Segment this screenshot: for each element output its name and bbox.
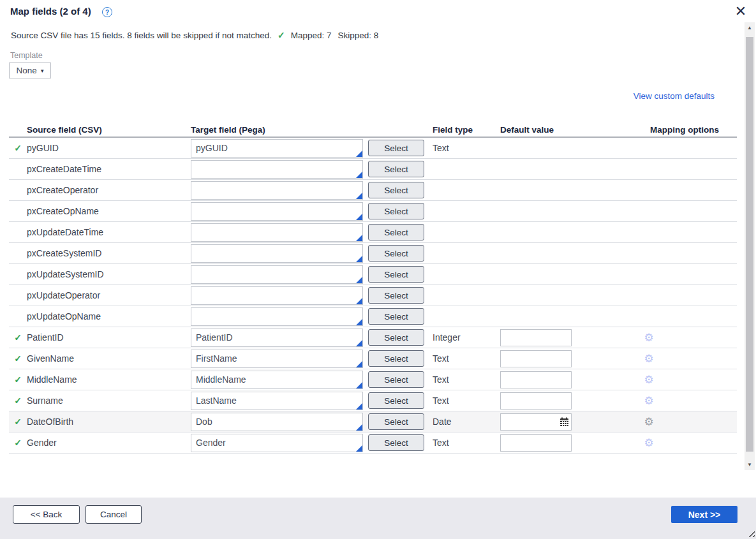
target-field-input[interactable]	[191, 413, 363, 431]
help-icon[interactable]: ?	[102, 7, 112, 17]
summary-line: Source CSV file has 15 fields. 8 fields …	[11, 30, 378, 40]
gear-icon[interactable]: ⚙	[644, 353, 653, 364]
mapping-options-cell: ⚙	[575, 417, 737, 427]
select-cell: Select	[368, 371, 427, 388]
field-type-label: Text	[427, 374, 500, 385]
source-field-label: pyGUID	[27, 143, 191, 153]
gear-icon[interactable]: ⚙	[644, 417, 653, 427]
autocomplete-corner-icon	[356, 151, 362, 157]
select-button[interactable]: Select	[368, 224, 424, 240]
scroll-up-icon[interactable]: ▲	[745, 22, 755, 33]
default-value-cell	[500, 413, 575, 431]
source-field-label: pxUpdateOpName	[27, 311, 191, 321]
default-value-input[interactable]	[500, 371, 572, 388]
autocomplete-corner-icon	[356, 319, 362, 325]
mapped-check-icon: ✓	[9, 143, 27, 153]
next-button[interactable]: Next >>	[671, 506, 737, 523]
mapped-check-icon: ✓	[9, 374, 27, 385]
default-value-input[interactable]	[500, 434, 572, 452]
default-value-input[interactable]	[500, 392, 572, 410]
source-field-label: DateOfBirth	[27, 417, 191, 427]
select-cell: Select	[368, 350, 427, 367]
resize-handle-icon[interactable]	[747, 529, 755, 537]
target-field-cell	[191, 371, 363, 389]
target-field-cell	[191, 307, 363, 326]
target-field-input[interactable]	[191, 350, 363, 368]
autocomplete-corner-icon	[356, 361, 362, 367]
select-cell: Select	[368, 161, 427, 177]
table-row: ✓ GivenName Select Text	[9, 348, 737, 369]
table-row: ✓ pyGUID Select Text	[9, 138, 737, 159]
target-field-input[interactable]	[191, 223, 363, 242]
select-button[interactable]: Select	[368, 434, 424, 451]
default-value-cell	[500, 350, 575, 367]
select-button[interactable]: Select	[368, 245, 424, 262]
target-field-input[interactable]	[191, 202, 363, 221]
autocomplete-corner-icon	[356, 382, 362, 388]
mapping-options-cell: ⚙	[575, 438, 737, 448]
select-button[interactable]: Select	[368, 329, 424, 346]
target-field-cell	[191, 350, 363, 368]
target-field-input[interactable]	[191, 307, 363, 326]
target-field-input[interactable]	[191, 329, 363, 347]
source-field-label: Gender	[27, 438, 191, 448]
select-cell: Select	[368, 434, 427, 451]
default-value-input[interactable]	[500, 329, 572, 346]
template-dropdown[interactable]: None ▾	[9, 63, 51, 78]
target-field-input[interactable]	[191, 286, 363, 305]
close-icon[interactable]: ✕	[732, 3, 750, 20]
select-button[interactable]: Select	[368, 287, 424, 304]
table-row: pxUpdateDateTime Select	[9, 222, 737, 243]
target-field-input[interactable]	[191, 265, 363, 284]
scroll-down-icon[interactable]: ▼	[745, 459, 755, 470]
target-field-input[interactable]	[191, 392, 363, 410]
scrollbar-thumb[interactable]	[746, 37, 753, 452]
table-row: pxCreateOperator Select	[9, 180, 737, 201]
autocomplete-corner-icon	[356, 277, 362, 283]
source-field-label: pxUpdateDateTime	[27, 227, 191, 237]
footer-bar: << Back Cancel Next >>	[0, 498, 756, 539]
mapped-count: Mapped: 7	[291, 31, 332, 40]
select-cell: Select	[368, 140, 427, 156]
mapped-check-icon: ✓	[278, 30, 285, 40]
select-button[interactable]: Select	[368, 203, 424, 219]
default-value-input[interactable]	[500, 350, 572, 367]
target-field-input[interactable]	[191, 139, 363, 158]
autocomplete-corner-icon	[356, 298, 362, 304]
select-button[interactable]: Select	[368, 350, 424, 367]
select-button[interactable]: Select	[368, 413, 424, 430]
target-field-input[interactable]	[191, 371, 363, 389]
gear-icon[interactable]: ⚙	[644, 374, 653, 385]
gear-icon[interactable]: ⚙	[644, 395, 653, 406]
gear-icon[interactable]: ⚙	[644, 332, 653, 343]
view-custom-defaults-link[interactable]: View custom defaults	[634, 91, 715, 101]
target-field-cell	[191, 139, 363, 158]
select-button[interactable]: Select	[368, 140, 424, 156]
select-button[interactable]: Select	[368, 392, 424, 409]
target-field-cell	[191, 223, 363, 242]
mapped-check-icon: ✓	[9, 332, 27, 343]
cancel-button[interactable]: Cancel	[85, 505, 142, 524]
vertical-scrollbar[interactable]: ▲ ▼	[745, 22, 755, 470]
select-button[interactable]: Select	[368, 182, 424, 198]
target-field-input[interactable]	[191, 434, 363, 452]
mapped-check-icon: ✓	[9, 438, 27, 448]
mapped-check-icon: ✓	[9, 417, 27, 427]
select-button[interactable]: Select	[368, 371, 424, 388]
target-field-input[interactable]	[191, 244, 363, 263]
gear-icon[interactable]: ⚙	[644, 438, 653, 448]
target-field-input[interactable]	[191, 181, 363, 200]
skipped-count: Skipped: 8	[338, 31, 379, 40]
select-cell: Select	[368, 224, 427, 240]
target-field-cell	[191, 434, 363, 452]
select-button[interactable]: Select	[368, 266, 424, 283]
calendar-icon[interactable]	[560, 417, 569, 429]
select-button[interactable]: Select	[368, 308, 424, 325]
field-type-label: Text	[427, 143, 500, 153]
source-field-label: pxCreateDateTime	[27, 164, 191, 174]
header-source-field: Source field (CSV)	[27, 125, 191, 135]
target-field-input[interactable]	[191, 160, 363, 179]
table-row: ✓ DateOfBirth Select Date	[9, 411, 737, 432]
back-button[interactable]: << Back	[13, 505, 80, 524]
select-button[interactable]: Select	[368, 161, 424, 177]
